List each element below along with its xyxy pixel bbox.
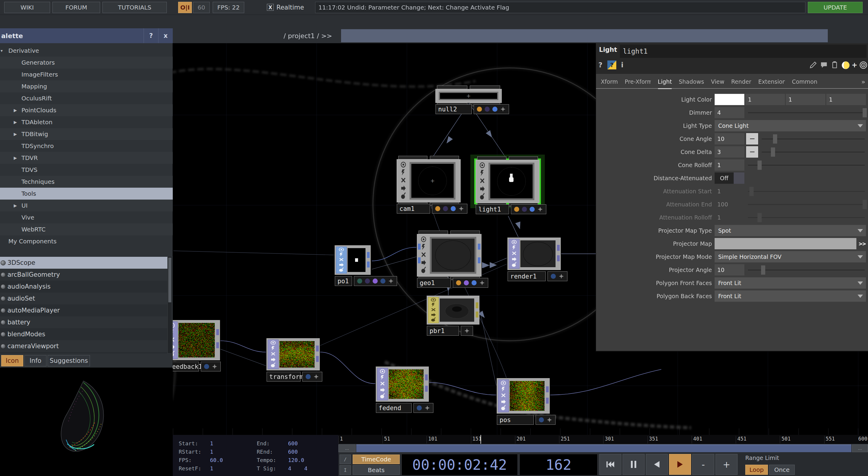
pencil-icon[interactable] [809,61,817,69]
step-back-button[interactable]: - [692,454,714,475]
param-value-field[interactable]: 10 [715,264,744,276]
node-feedback1[interactable] [166,320,220,360]
node-flags[interactable] [453,278,488,288]
palette-tree-item-webrtc[interactable]: WebRTC [0,223,173,235]
node-viewer[interactable] [510,381,545,411]
slider-track[interactable] [762,152,865,153]
param-tab-view[interactable]: View [711,75,724,88]
node-flags[interactable] [511,204,546,214]
ramp-button[interactable] [746,146,758,158]
slider-track[interactable] [748,217,865,218]
node-flag-icons[interactable] [428,297,439,323]
fps-indicator[interactable]: FPS: 22 [213,2,244,13]
output-connector[interactable] [316,356,319,362]
navy-flag-dot[interactable] [417,405,422,410]
python-help-icon[interactable]: ? [607,60,616,69]
step-forward-button[interactable]: + [715,454,738,475]
star-flag-icon[interactable] [537,207,543,212]
output-connector[interactable] [425,374,428,380]
slider-track[interactable] [748,191,865,192]
range-start-handle[interactable]: ... [338,444,356,452]
star-flag-icon[interactable] [479,280,485,286]
node-flags[interactable] [302,372,322,382]
output-connector[interactable] [216,342,219,348]
param-tabs-overflow-icon[interactable]: » [862,78,865,86]
param-tab-xform[interactable]: Xform [601,75,618,88]
node-po1[interactable] [335,246,371,275]
update-button[interactable]: UPDATE [808,2,863,13]
palette-tree-item-mapping[interactable]: Mapping [0,81,173,92]
slider-track[interactable] [748,165,865,166]
output-connector[interactable] [557,255,560,261]
palette-tree-item-tdvr[interactable]: ▶TDVR [0,152,173,164]
target-icon[interactable] [859,61,867,69]
palette-tree-item-derivative[interactable]: ▾Derivative [0,45,173,57]
beats-mode-button[interactable]: Beats [353,465,400,475]
slider-track[interactable] [762,138,865,139]
blue-flag-dot[interactable] [451,206,456,211]
slider-track[interactable] [748,112,865,113]
node-fedend[interactable] [376,367,429,402]
color-value-2[interactable]: 1 [826,94,866,105]
node-render1[interactable] [507,238,561,270]
component-item-automediaplayer[interactable]: autoMediaPlayer [0,305,167,316]
toggle-value[interactable]: Off [715,172,734,184]
timecode-mode-button[interactable]: TimeCode [353,454,400,464]
node-input-tab[interactable] [437,86,467,89]
palette-header[interactable]: alette ? x [0,28,173,43]
slider-handle[interactable] [757,213,762,222]
node-input-tab[interactable] [470,86,500,89]
component-item-arcballgeometry[interactable]: arcBallGeometry [0,269,167,281]
star-flag-icon[interactable] [458,206,464,212]
palette-tree-item-my-components[interactable]: My Components [0,235,173,247]
output-connector[interactable] [478,244,480,250]
caret-right-icon[interactable]: ▶ [14,108,22,113]
node-name-po1[interactable]: po1 [335,276,352,286]
component-item-battery[interactable]: battery [0,316,167,328]
output-connector[interactable] [367,252,370,258]
param-tab-pre-xform[interactable]: Pre-Xform [625,75,651,88]
param-value-field[interactable]: 4 [715,107,744,118]
output-connector[interactable] [476,302,478,308]
purple-flag-dot[interactable] [365,279,370,284]
output-connector[interactable] [546,386,549,392]
palette-tree-item-pointclouds[interactable]: ▶PointClouds [0,104,173,116]
navy-flag-dot[interactable] [380,279,385,284]
node-flags[interactable] [548,272,567,281]
node-flag-icons[interactable] [418,235,429,275]
navy-flag-dot[interactable] [551,274,556,279]
palette-tree-item-tdsynchro[interactable]: TDSynchro [0,140,173,152]
node-input-tab[interactable] [451,230,480,234]
timecode-slash-button[interactable]: / [340,454,351,464]
blue-flag-dot[interactable] [471,280,476,285]
node-viewer[interactable] [279,341,315,368]
dropdown-light-type[interactable]: Cone Light [715,120,866,131]
output-connector[interactable] [478,257,480,263]
timecode-ibeam-button[interactable]: I [340,465,351,475]
node-input-tab[interactable] [509,156,538,160]
output-connector[interactable] [216,329,219,335]
tab-info[interactable]: Info [24,355,46,367]
node-viewer[interactable] [440,298,474,322]
info-icon[interactable]: i [621,61,623,69]
output-connector[interactable] [316,346,319,351]
palette-tree-item-imagefilters[interactable]: ImageFilters [0,68,173,81]
slider-track[interactable] [748,204,865,205]
node-flag-icons[interactable] [268,340,279,369]
node-flag-icons[interactable] [509,239,520,269]
star-flag-icon[interactable] [388,278,394,284]
star-flag-icon[interactable] [212,364,217,369]
blue-flag-dot[interactable] [530,207,535,212]
scrollbar-thumb[interactable] [168,258,171,302]
palette-tree-item-oculusrift[interactable]: OculusRift [0,92,173,104]
component-item-cameraviewport[interactable]: cameraViewport [0,340,167,352]
node-flags[interactable] [432,204,467,214]
node-viewer[interactable] [489,163,534,200]
node-input-tab[interactable] [418,230,448,234]
purple-flag-dot[interactable] [443,206,448,211]
star-flag-icon[interactable] [559,274,564,279]
palette-help-button[interactable]: ? [144,28,158,43]
ramp-button[interactable] [746,133,758,145]
param-value-field[interactable]: 10 [715,133,744,145]
node-name-fedend[interactable]: fedend [376,403,412,413]
